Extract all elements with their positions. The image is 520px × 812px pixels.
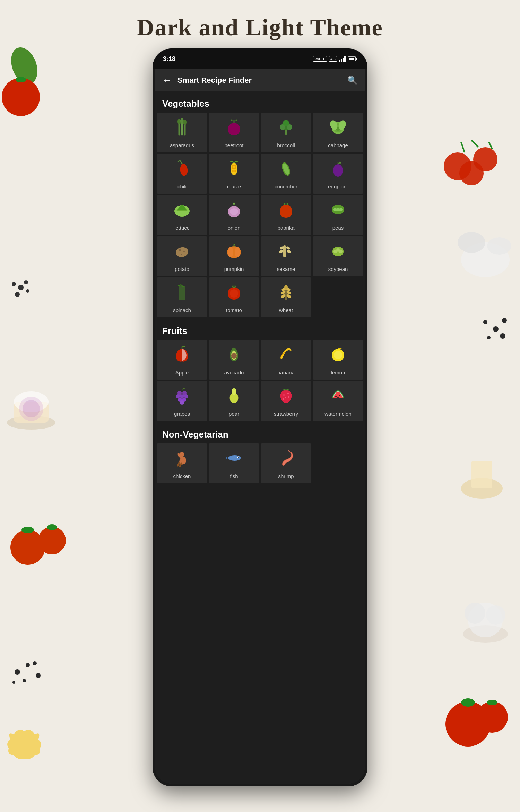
- item-maize[interactable]: maize: [209, 154, 259, 194]
- svg-point-118: [280, 290, 286, 295]
- item-asparagus[interactable]: asparagus: [157, 113, 207, 152]
- svg-point-35: [468, 603, 503, 637]
- eggplant-icon: [329, 159, 347, 180]
- item-lettuce[interactable]: lettuce: [157, 195, 207, 235]
- svg-point-18: [483, 320, 487, 324]
- app-bar: ← Smart Recipe Finder 🔍: [155, 69, 365, 91]
- strawberry-icon: [277, 387, 295, 407]
- item-cabbage[interactable]: cabbage: [313, 113, 363, 152]
- svg-point-46: [477, 701, 508, 733]
- item-chili[interactable]: chili: [157, 154, 207, 194]
- cucumber-label: cucumber: [275, 184, 297, 189]
- scroll-content[interactable]: Vegetables: [155, 91, 365, 784]
- item-tomato[interactable]: tomato: [209, 277, 259, 317]
- item-beetroot[interactable]: beetroot: [209, 113, 259, 152]
- status-bar: 3:18 VoLTE 4G: [153, 48, 367, 69]
- svg-point-144: [283, 398, 284, 400]
- svg-rect-54: [349, 58, 354, 60]
- svg-point-132: [176, 394, 180, 398]
- 4g-icon: 4G: [329, 56, 337, 62]
- svg-point-76: [232, 167, 234, 169]
- item-watermelon[interactable]: watermelon: [313, 381, 363, 421]
- lemon-icon: [329, 345, 347, 366]
- item-apple[interactable]: Apple: [157, 340, 207, 380]
- svg-point-78: [232, 170, 234, 172]
- svg-point-32: [38, 527, 66, 554]
- maize-icon: [225, 159, 243, 180]
- item-shrimp[interactable]: shrimp: [261, 443, 311, 483]
- svg-point-45: [461, 698, 475, 707]
- item-paprika[interactable]: paprika: [261, 195, 311, 235]
- item-pumpkin[interactable]: pumpkin: [209, 236, 259, 276]
- chicken-label: chicken: [173, 473, 191, 479]
- svg-point-2: [16, 77, 26, 82]
- onion-label: onion: [228, 225, 241, 231]
- cabbage-label: cabbage: [328, 142, 348, 148]
- svg-point-134: [184, 394, 188, 398]
- lemon-label: lemon: [331, 370, 345, 376]
- pumpkin-label: pumpkin: [224, 266, 244, 272]
- svg-point-142: [285, 397, 286, 398]
- svg-point-77: [234, 167, 236, 169]
- soybean-icon: [329, 242, 347, 263]
- svg-point-92: [339, 208, 343, 211]
- svg-point-95: [183, 251, 185, 252]
- svg-point-19: [502, 318, 507, 323]
- status-time: 3:18: [163, 55, 175, 63]
- svg-point-82: [333, 164, 343, 177]
- svg-point-67: [283, 120, 289, 126]
- non-vegetarian-header: Non-Vegetarian: [155, 422, 365, 443]
- svg-point-140: [283, 394, 285, 396]
- svg-point-141: [287, 393, 289, 394]
- item-onion[interactable]: onion: [209, 195, 259, 235]
- beetroot-label: beetroot: [224, 142, 243, 148]
- item-avocado[interactable]: avocado: [209, 340, 259, 380]
- svg-point-4: [473, 147, 497, 171]
- back-button[interactable]: ←: [162, 75, 172, 86]
- svg-point-3: [444, 152, 471, 180]
- item-peas[interactable]: peas: [313, 195, 363, 235]
- fruits-grid: Apple avocado: [155, 340, 365, 422]
- vegetables-header: Vegetables: [155, 91, 365, 113]
- paprika-icon: [277, 201, 295, 221]
- phone-frame: 3:18 VoLTE 4G ←: [153, 48, 367, 786]
- paprika-label: paprika: [277, 225, 294, 231]
- item-eggplant[interactable]: eggplant: [313, 154, 363, 194]
- svg-point-24: [14, 391, 49, 412]
- item-lemon[interactable]: lemon: [313, 340, 363, 380]
- svg-point-133: [180, 394, 184, 398]
- item-grapes[interactable]: grapes: [157, 381, 207, 421]
- item-pear[interactable]: pear: [209, 381, 259, 421]
- avocado-icon: [225, 345, 243, 366]
- sesame-icon: [277, 242, 295, 263]
- svg-line-153: [289, 451, 290, 452]
- shrimp-icon: [277, 449, 295, 470]
- item-banana[interactable]: banana: [261, 340, 311, 380]
- item-fish[interactable]: fish: [209, 443, 259, 483]
- item-broccoli[interactable]: broccoli: [261, 113, 311, 152]
- item-spinach[interactable]: spinach: [157, 277, 207, 317]
- svg-point-147: [337, 397, 339, 398]
- tomato-label: tomato: [226, 307, 242, 313]
- item-cucumber[interactable]: cucumber: [261, 154, 311, 194]
- svg-point-15: [15, 292, 20, 297]
- svg-point-103: [286, 246, 291, 250]
- eggplant-label: eggplant: [328, 184, 348, 189]
- broccoli-label: broccoli: [277, 142, 295, 148]
- item-potato[interactable]: potato: [157, 236, 207, 276]
- svg-point-40: [36, 673, 41, 678]
- item-strawberry[interactable]: strawberry: [261, 381, 311, 421]
- vegetables-grid: asparagus beetroot: [155, 113, 365, 319]
- item-soybean[interactable]: soybean: [313, 236, 363, 276]
- search-button[interactable]: 🔍: [347, 76, 358, 85]
- svg-point-38: [15, 669, 20, 675]
- item-wheat[interactable]: wheat: [261, 277, 311, 317]
- maize-label: maize: [227, 184, 241, 189]
- strawberry-label: strawberry: [274, 411, 298, 417]
- svg-point-94: [179, 249, 181, 251]
- grapes-icon: [173, 387, 191, 407]
- item-sesame[interactable]: sesame: [261, 236, 311, 276]
- item-chicken[interactable]: chicken: [157, 443, 207, 483]
- svg-point-117: [286, 294, 292, 299]
- svg-point-21: [500, 333, 505, 339]
